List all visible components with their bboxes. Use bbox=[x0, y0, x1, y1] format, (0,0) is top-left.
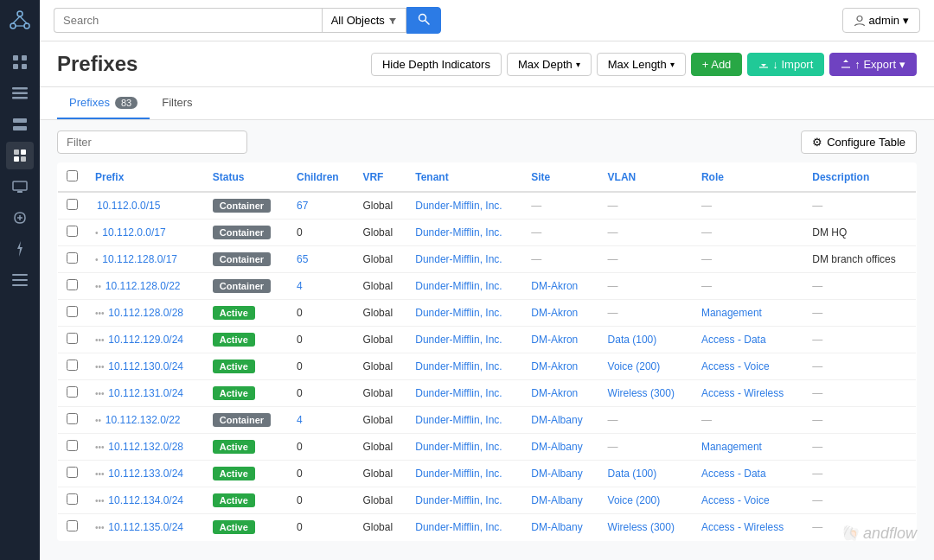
tenant-link[interactable]: Dunder-Mifflin, Inc. bbox=[415, 334, 502, 346]
sidebar-item-ipam[interactable] bbox=[6, 142, 34, 169]
row-checkbox[interactable] bbox=[67, 333, 78, 344]
prefix-link[interactable]: 10.112.131.0/24 bbox=[108, 387, 183, 399]
tenant-link[interactable]: Dunder-Mifflin, Inc. bbox=[415, 468, 502, 480]
main-content: All Objects admin ▾ Prefixes Hid bbox=[40, 0, 934, 560]
tenant-link[interactable]: Dunder-Mifflin, Inc. bbox=[415, 414, 502, 426]
vlan-link[interactable]: Wireless (300) bbox=[608, 521, 675, 533]
sidebar-item-circuits[interactable] bbox=[6, 204, 34, 232]
site-link[interactable]: DM-Albany bbox=[531, 521, 582, 533]
import-button[interactable]: ↓ Import bbox=[747, 53, 824, 76]
vlan-link[interactable]: Wireless (300) bbox=[608, 387, 675, 399]
row-checkbox[interactable] bbox=[67, 226, 78, 237]
tenant-link[interactable]: Dunder-Mifflin, Inc. bbox=[415, 226, 502, 239]
sidebar-item-list[interactable] bbox=[6, 80, 34, 107]
vlan-link[interactable]: Voice (200) bbox=[608, 360, 661, 372]
row-checkbox[interactable] bbox=[67, 440, 78, 451]
role-link[interactable]: Access - Data bbox=[701, 468, 766, 480]
prefix-link[interactable]: 10.112.129.0/24 bbox=[108, 334, 183, 346]
row-checkbox[interactable] bbox=[67, 493, 78, 505]
tenant-link[interactable]: Dunder-Mifflin, Inc. bbox=[415, 521, 502, 533]
sidebar-item-power[interactable] bbox=[6, 235, 34, 263]
prefix-link[interactable]: 10.112.132.0/22 bbox=[106, 414, 181, 426]
export-button[interactable]: ↑ Export ▾ bbox=[829, 53, 917, 76]
prefix-link[interactable]: 10.112.0.0/15 bbox=[97, 200, 160, 212]
prefix-link[interactable]: 10.112.134.0/24 bbox=[108, 494, 183, 506]
sidebar-item-more[interactable] bbox=[6, 266, 34, 294]
vlan-link[interactable]: Data (100) bbox=[608, 334, 657, 346]
site-link[interactable]: DM-Akron bbox=[531, 307, 578, 319]
hide-depth-button[interactable]: Hide Depth Indicators bbox=[371, 53, 502, 76]
table-row: 10.112.0.0/15 Container 67 Global Dunder… bbox=[58, 192, 917, 220]
role-link[interactable]: Access - Voice bbox=[701, 360, 770, 372]
prefix-link[interactable]: 10.112.0.0/17 bbox=[102, 226, 165, 239]
row-checkbox[interactable] bbox=[67, 520, 78, 531]
site-link[interactable]: DM-Albany bbox=[531, 414, 582, 426]
max-length-button[interactable]: Max Length ▾ bbox=[597, 53, 686, 76]
add-button[interactable]: + Add bbox=[691, 53, 743, 76]
tenant-link[interactable]: Dunder-Mifflin, Inc. bbox=[415, 360, 502, 372]
site-link[interactable]: DM-Akron bbox=[531, 280, 578, 292]
row-checkbox[interactable] bbox=[67, 199, 78, 210]
row-checkbox[interactable] bbox=[67, 252, 78, 264]
row-checkbox[interactable] bbox=[67, 413, 78, 424]
app-logo[interactable] bbox=[7, 7, 33, 33]
table-row: •• 10.112.132.0/22 Container 4 Global Du… bbox=[58, 407, 917, 434]
role-link[interactable]: Access - Wireless bbox=[701, 387, 784, 399]
row-checkbox[interactable] bbox=[67, 386, 78, 398]
configure-table-button[interactable]: ⚙ Configure Table bbox=[801, 130, 917, 154]
tenant-link[interactable]: Dunder-Mifflin, Inc. bbox=[415, 494, 502, 506]
prefix-link[interactable]: 10.112.128.0/17 bbox=[102, 253, 177, 265]
prefix-link[interactable]: 10.112.128.0/28 bbox=[108, 307, 183, 319]
depth-indicator: ••• bbox=[95, 469, 106, 479]
vlan-link[interactable]: Data (100) bbox=[608, 468, 657, 480]
tab-filters[interactable]: Filters bbox=[150, 87, 204, 119]
role-link[interactable]: Access - Voice bbox=[701, 494, 770, 506]
prefix-link[interactable]: 10.112.135.0/24 bbox=[108, 521, 183, 533]
tenant-link[interactable]: Dunder-Mifflin, Inc. bbox=[415, 387, 502, 399]
tenant-link[interactable]: Dunder-Mifflin, Inc. bbox=[415, 200, 502, 212]
select-all-checkbox[interactable] bbox=[67, 170, 78, 181]
sidebar-item-server[interactable] bbox=[6, 111, 34, 138]
tenant-link[interactable]: Dunder-Mifflin, Inc. bbox=[415, 307, 502, 319]
role-cell: Access - Data bbox=[693, 327, 803, 353]
role-link[interactable]: Access - Wireless bbox=[701, 521, 784, 533]
children-link[interactable]: 4 bbox=[297, 280, 303, 292]
tenant-link[interactable]: Dunder-Mifflin, Inc. bbox=[415, 253, 502, 265]
svg-rect-19 bbox=[14, 156, 19, 162]
table-row: ••• 10.112.128.0/28 Active 0 Global Dund… bbox=[58, 300, 917, 327]
site-link[interactable]: DM-Akron bbox=[531, 360, 578, 372]
row-checkbox[interactable] bbox=[67, 279, 78, 290]
role-link[interactable]: Access - Data bbox=[701, 334, 766, 346]
row-checkbox[interactable] bbox=[67, 360, 78, 371]
prefix-link[interactable]: 10.112.133.0/24 bbox=[108, 468, 183, 480]
search-input[interactable] bbox=[54, 8, 322, 33]
prefix-link[interactable]: 10.112.130.0/24 bbox=[108, 360, 183, 372]
vlan-link[interactable]: Voice (200) bbox=[608, 494, 661, 506]
site-link[interactable]: DM-Albany bbox=[531, 494, 582, 506]
admin-button[interactable]: admin ▾ bbox=[842, 8, 920, 33]
max-depth-button[interactable]: Max Depth ▾ bbox=[507, 53, 592, 76]
children-link[interactable]: 4 bbox=[297, 414, 303, 426]
svg-point-16 bbox=[23, 128, 25, 130]
children-link[interactable]: 67 bbox=[297, 200, 308, 212]
site-link[interactable]: DM-Akron bbox=[531, 334, 578, 346]
children-count: 0 bbox=[297, 494, 303, 506]
sidebar-item-dashboard[interactable] bbox=[6, 48, 34, 76]
prefix-link[interactable]: 10.112.128.0/22 bbox=[106, 280, 181, 292]
tenant-link[interactable]: Dunder-Mifflin, Inc. bbox=[415, 280, 502, 292]
site-link[interactable]: DM-Akron bbox=[531, 387, 578, 399]
sidebar-item-monitor[interactable] bbox=[6, 173, 34, 200]
children-link[interactable]: 65 bbox=[297, 253, 308, 265]
row-checkbox[interactable] bbox=[67, 467, 78, 478]
role-link[interactable]: Management bbox=[701, 307, 762, 319]
site-link[interactable]: DM-Albany bbox=[531, 441, 582, 453]
row-checkbox[interactable] bbox=[67, 306, 78, 317]
prefix-link[interactable]: 10.112.132.0/28 bbox=[108, 441, 183, 453]
search-type-button[interactable]: All Objects bbox=[322, 8, 406, 33]
tenant-link[interactable]: Dunder-Mifflin, Inc. bbox=[415, 441, 502, 453]
site-link[interactable]: DM-Albany bbox=[531, 468, 582, 480]
tab-prefixes[interactable]: Prefixes 83 bbox=[57, 87, 150, 119]
filter-input[interactable] bbox=[57, 130, 247, 154]
role-link[interactable]: Management bbox=[701, 441, 762, 453]
search-button[interactable] bbox=[406, 7, 441, 34]
